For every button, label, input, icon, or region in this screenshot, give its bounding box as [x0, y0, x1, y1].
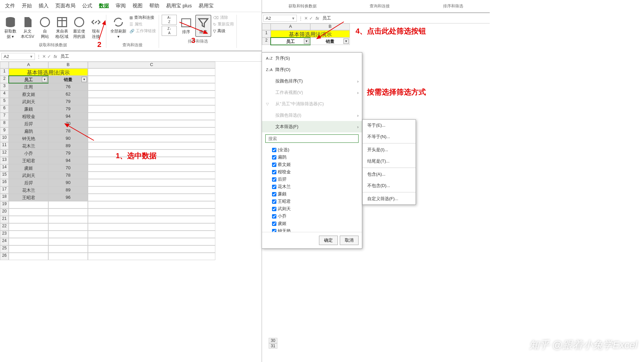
check-item[interactable]: 王昭君 — [272, 198, 359, 205]
cell[interactable]: 后羿 — [9, 179, 48, 186]
cell[interactable] — [88, 113, 215, 120]
cell[interactable]: 程咬金 — [9, 113, 48, 120]
cell[interactable] — [88, 83, 215, 90]
cell[interactable] — [9, 231, 48, 238]
right-header-employee[interactable]: 员工▼ — [271, 38, 310, 45]
cell[interactable]: 94 — [48, 157, 88, 164]
cell[interactable] — [9, 245, 48, 253]
row-header-19[interactable]: 19 — [0, 201, 9, 208]
cell[interactable]: 70 — [48, 164, 88, 172]
cell[interactable]: 89 — [48, 186, 88, 194]
reapply-button[interactable]: ↻重新应用 — [213, 21, 234, 27]
advanced-button[interactable]: ▽高级 — [213, 28, 225, 34]
cell[interactable]: 90 — [48, 135, 88, 142]
menu-insert[interactable]: 插入 — [39, 3, 49, 9]
sort-by-color-item[interactable]: 按颜色排序(T)› — [262, 75, 362, 87]
row-header-16[interactable]: 16 — [0, 179, 9, 186]
row-header-10[interactable]: 10 — [0, 135, 9, 142]
cell[interactable]: 虞姬 — [9, 164, 48, 172]
begins-with-item[interactable]: 开头是(I)... — [363, 144, 416, 156]
row-header-21[interactable]: 21 — [0, 216, 9, 223]
cell[interactable]: 廉颇 — [9, 105, 48, 113]
cell[interactable]: 钟无艳 — [9, 135, 48, 142]
check-item[interactable]: 程咬金 — [272, 168, 359, 176]
contains-item[interactable]: 包含(A)... — [363, 169, 416, 180]
row-header-31[interactable]: 31 — [269, 343, 277, 349]
row-header-22[interactable]: 22 — [0, 223, 9, 231]
cell[interactable]: 76 — [48, 83, 88, 90]
cell[interactable] — [48, 208, 88, 216]
right-name-box[interactable]: A2 ▾ — [263, 15, 297, 22]
cell[interactable] — [88, 238, 215, 245]
row-header-12[interactable]: 12 — [0, 149, 9, 157]
cell[interactable]: 王昭君 — [9, 194, 48, 201]
properties-button[interactable]: ☰属性 — [129, 21, 143, 27]
check-item[interactable]: 后羿 — [272, 176, 359, 183]
custom-filter-item[interactable]: 自定义筛选(F)... — [363, 193, 416, 204]
cell[interactable] — [48, 245, 88, 253]
col-header-b[interactable]: B — [48, 62, 88, 68]
equals-item[interactable]: 等于(E)... — [363, 120, 416, 131]
menu-plugin2[interactable]: 易用宝 — [199, 3, 214, 9]
cell[interactable]: 花木兰 — [9, 186, 48, 194]
row-header-1[interactable]: 1 — [262, 30, 271, 38]
clear-filter-button[interactable]: ⌫清除 — [213, 15, 228, 20]
checkbox[interactable] — [272, 207, 276, 211]
cell[interactable] — [88, 157, 215, 164]
text-filter-item[interactable]: 文本筛选(F)› — [262, 121, 362, 132]
checkbox[interactable] — [272, 148, 276, 152]
row-header-2[interactable]: 2 — [0, 76, 9, 83]
row-header-17[interactable]: 17 — [0, 186, 9, 194]
get-data-button[interactable]: 获取数 据 ▾ — [3, 15, 18, 41]
cell[interactable]: 96 — [48, 194, 88, 201]
checkbox[interactable] — [272, 185, 276, 189]
menu-help[interactable]: 帮助 — [149, 3, 159, 9]
check-item[interactable]: 花木兰 — [272, 183, 359, 190]
workbook-links-button[interactable]: 🔗工作簿链接 — [129, 28, 156, 34]
row-header-26[interactable]: 26 — [0, 253, 9, 260]
row-header-5[interactable]: 5 — [0, 98, 9, 105]
cell[interactable]: 79 — [48, 149, 88, 157]
cell[interactable]: 小乔 — [9, 149, 48, 157]
cell[interactable]: 后羿 — [9, 120, 48, 127]
cell[interactable]: 花木兰 — [9, 142, 48, 149]
cell[interactable] — [9, 238, 48, 245]
row-header-2[interactable]: 2 — [262, 38, 271, 45]
cell[interactable] — [9, 223, 48, 231]
cell[interactable] — [48, 253, 88, 260]
row-header-30[interactable]: 30 — [269, 338, 277, 343]
recent-sources-button[interactable]: 最近使 用的源 — [71, 15, 87, 41]
from-csv-button[interactable]: 从文 本/CSV — [19, 15, 36, 41]
cancel-icon[interactable]: ✕ — [42, 54, 46, 59]
cell[interactable] — [88, 172, 215, 179]
cell[interactable] — [88, 253, 215, 260]
row-header-25[interactable]: 25 — [0, 245, 9, 253]
cell[interactable]: 武则天 — [9, 172, 48, 179]
check-item[interactable]: 虞姬 — [272, 220, 359, 227]
cell[interactable]: 79 — [48, 105, 88, 113]
cell[interactable] — [48, 201, 88, 208]
queries-conn-button[interactable]: ⊞查询和连接 — [129, 15, 154, 20]
checkbox[interactable] — [272, 155, 276, 160]
checkbox[interactable] — [272, 214, 276, 219]
cell[interactable] — [9, 253, 48, 260]
header-sales[interactable]: 销量▼ — [48, 76, 88, 83]
check-item[interactable]: 武则天 — [272, 205, 359, 213]
row-header-15[interactable]: 15 — [0, 172, 9, 179]
col-header-b[interactable]: B — [310, 23, 350, 30]
menu-review[interactable]: 审阅 — [116, 3, 126, 9]
cell[interactable] — [88, 142, 215, 149]
cell[interactable] — [88, 186, 215, 194]
row-header-20[interactable]: 20 — [0, 208, 9, 216]
cancel-button[interactable]: 取消 — [340, 236, 359, 245]
menu-file[interactable]: 文件 — [5, 3, 15, 9]
cell[interactable] — [88, 231, 215, 238]
select-all-corner[interactable] — [262, 23, 271, 30]
cell[interactable] — [9, 201, 48, 208]
cell[interactable] — [88, 164, 215, 172]
confirm-icon[interactable]: ✓ — [47, 54, 51, 59]
row-header-3[interactable]: 3 — [0, 83, 9, 90]
row-header-9[interactable]: 9 — [0, 127, 9, 135]
row-header-1[interactable]: 1 — [0, 68, 9, 76]
cell[interactable] — [88, 76, 215, 83]
